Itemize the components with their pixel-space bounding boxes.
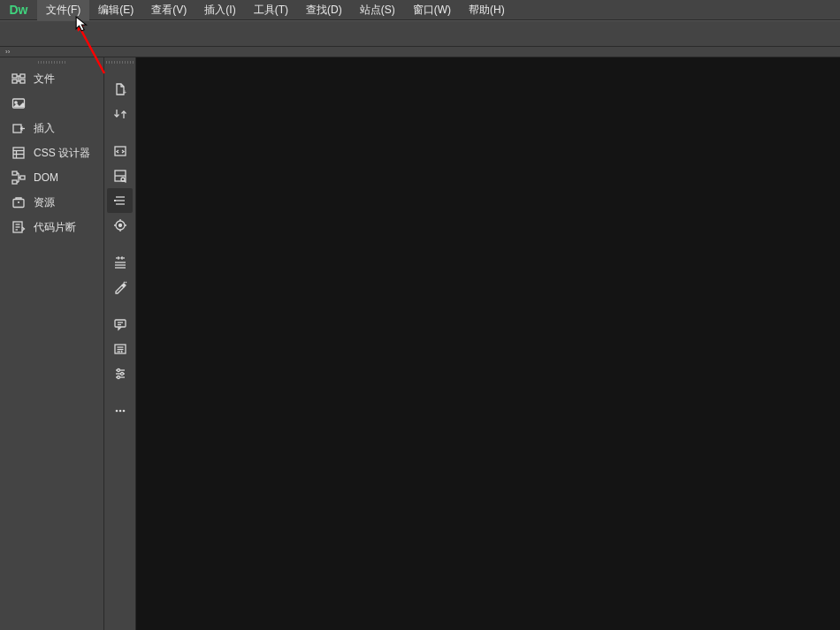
panel-insert[interactable]: 插入 xyxy=(0,116,103,140)
panel-files[interactable]: 文件 xyxy=(0,66,103,91)
tool-file-manage-icon[interactable] xyxy=(107,102,133,126)
tool-format-icon[interactable] xyxy=(107,275,133,300)
svg-point-67 xyxy=(118,410,121,413)
tool-strip: + xyxy=(104,57,136,630)
snippets-icon xyxy=(11,220,26,234)
dom-icon xyxy=(11,171,26,185)
svg-rect-1 xyxy=(12,80,17,83)
menu-bar: Dw 文件(F) 编辑(E) 查看(V) 插入(I) 工具(T) 查找(D) 站… xyxy=(0,0,840,20)
svg-rect-3 xyxy=(20,80,25,83)
panels-sidebar: 文件 插入 CSS 设计器 DOM xyxy=(0,57,104,630)
main-area: 文件 插入 CSS 设计器 DOM xyxy=(0,57,840,630)
svg-rect-22 xyxy=(13,200,24,208)
svg-text:+: + xyxy=(123,89,126,95)
svg-point-68 xyxy=(122,410,125,413)
tool-code-view-icon[interactable] xyxy=(107,139,133,163)
svg-rect-2 xyxy=(20,74,25,78)
panel-drag-handle[interactable] xyxy=(0,57,103,66)
panel-css-designer[interactable]: CSS 设计器 xyxy=(0,140,103,165)
svg-rect-11 xyxy=(13,148,24,158)
tool-live-view-icon[interactable] xyxy=(107,188,133,213)
panel-cc-libraries[interactable] xyxy=(0,91,103,116)
menu-insert[interactable]: 插入(I) xyxy=(195,0,244,20)
tool-inspect-icon[interactable] xyxy=(107,213,133,238)
panel-css-designer-label: CSS 设计器 xyxy=(34,146,90,161)
expand-bar[interactable]: ›› xyxy=(0,47,840,57)
menu-site[interactable]: 站点(S) xyxy=(351,0,404,20)
app-logo: Dw xyxy=(0,0,37,20)
panel-assets[interactable]: 资源 xyxy=(0,190,103,215)
tool-new-file-icon[interactable]: + xyxy=(107,77,133,102)
toolbar-row xyxy=(0,20,840,47)
svg-rect-17 xyxy=(20,176,25,179)
panel-snippets[interactable]: 代码片断 xyxy=(0,215,103,239)
tool-drag-handle[interactable] xyxy=(104,57,135,66)
menu-file[interactable]: 文件(F) xyxy=(37,0,89,20)
tool-comment-icon[interactable] xyxy=(107,312,133,337)
svg-point-41 xyxy=(118,224,121,227)
svg-point-64 xyxy=(120,373,123,376)
tool-more-icon[interactable] xyxy=(107,398,133,423)
svg-point-63 xyxy=(117,369,119,372)
svg-rect-15 xyxy=(12,171,17,175)
tool-wrap-icon[interactable] xyxy=(107,337,133,361)
tool-split-view-icon[interactable] xyxy=(107,163,133,188)
svg-point-8 xyxy=(15,102,17,103)
menu-edit[interactable]: 编辑(E) xyxy=(89,0,142,20)
svg-point-66 xyxy=(115,410,118,413)
svg-point-65 xyxy=(117,376,119,379)
panel-assets-label: 资源 xyxy=(34,195,55,210)
menu-help[interactable]: 帮助(H) xyxy=(460,0,514,20)
svg-line-52 xyxy=(126,282,126,283)
insert-icon xyxy=(11,121,26,135)
css-designer-icon xyxy=(11,146,26,160)
assets-icon xyxy=(11,195,26,209)
panel-files-label: 文件 xyxy=(34,72,55,87)
library-icon xyxy=(11,96,26,110)
svg-rect-53 xyxy=(115,320,126,327)
tool-settings-icon[interactable] xyxy=(107,361,133,386)
panel-snippets-label: 代码片断 xyxy=(34,220,76,235)
files-icon xyxy=(11,72,26,86)
tool-collapse-icon[interactable] xyxy=(107,250,133,275)
panel-insert-label: 插入 xyxy=(34,121,55,136)
menu-view[interactable]: 查看(V) xyxy=(142,0,195,20)
svg-rect-16 xyxy=(12,180,17,184)
editor-area[interactable] xyxy=(136,57,840,630)
panel-dom[interactable]: DOM xyxy=(0,165,103,190)
svg-rect-0 xyxy=(12,74,17,78)
panel-dom-label: DOM xyxy=(34,171,58,184)
menu-tools[interactable]: 工具(T) xyxy=(245,0,297,20)
menu-find[interactable]: 查找(D) xyxy=(297,0,351,20)
svg-line-51 xyxy=(124,282,125,283)
svg-point-34 xyxy=(121,178,125,181)
menu-window[interactable]: 窗口(W) xyxy=(404,0,460,20)
